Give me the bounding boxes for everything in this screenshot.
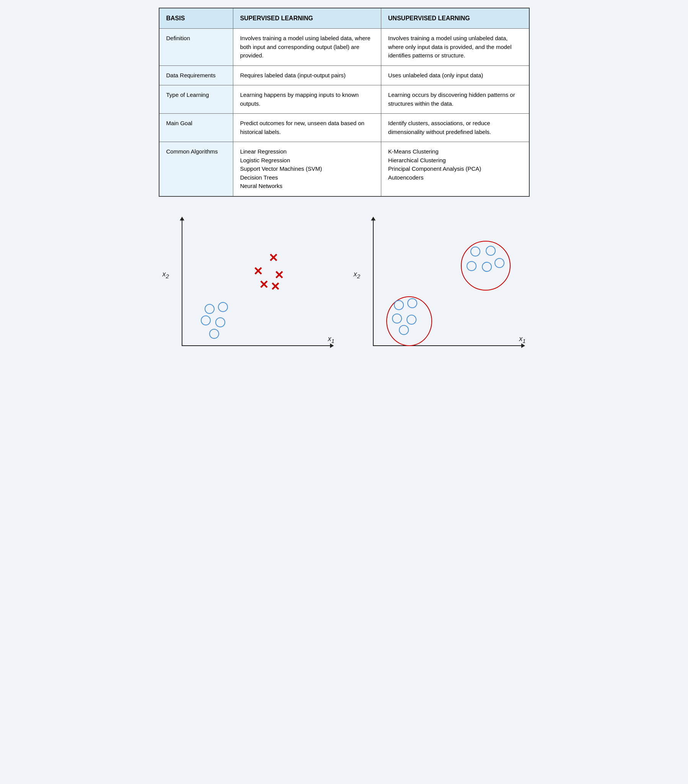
row-unsupervised-2: Learning occurs by discovering hidden pa… (381, 86, 529, 114)
uncluster-circle-10 (494, 258, 504, 268)
uncluster-circle-3 (392, 313, 402, 323)
unsupervised-x-label: x1 (519, 335, 525, 344)
supervised-chart: x2 x1 ✕ ✕ ✕ ✕ ✕ (159, 212, 338, 365)
supervised-x-label: x1 (328, 335, 334, 344)
unsupervised-y-label: x2 (354, 270, 360, 280)
row-supervised-0: Involves training a model using labeled … (233, 29, 381, 66)
circle-1 (205, 304, 215, 314)
row-supervised-4: Linear RegressionLogistic RegressionSupp… (233, 142, 381, 196)
uncluster-circle-6 (470, 247, 480, 257)
cross-2: ✕ (253, 266, 263, 277)
supervised-y-axis (182, 220, 182, 346)
header-basis: BASIS (159, 8, 233, 29)
header-supervised: SUPERVISED LEARNING (233, 8, 381, 29)
circle-3 (201, 315, 211, 325)
uncluster-circle-2 (407, 298, 417, 308)
row-basis-4: Common Algorithms (159, 142, 233, 196)
row-unsupervised-1: Uses unlabeled data (only input data) (381, 66, 529, 86)
row-supervised-1: Requires labeled data (input-output pair… (233, 66, 381, 86)
unsupervised-chart: x2 x1 (350, 212, 530, 365)
row-basis-1: Data Requirements (159, 66, 233, 86)
row-unsupervised-0: Involves training a model using unlabele… (381, 29, 529, 66)
row-unsupervised-4: K-Means ClusteringHierarchical Clusterin… (381, 142, 529, 196)
row-basis-2: Type of Learning (159, 86, 233, 114)
row-supervised-3: Predict outcomes for new, unseen data ba… (233, 114, 381, 142)
unsupervised-y-axis (373, 220, 374, 346)
charts-section: x2 x1 ✕ ✕ ✕ ✕ ✕ x2 x1 (159, 212, 530, 365)
cross-5: ✕ (270, 281, 280, 293)
circle-2 (218, 302, 228, 312)
circle-4 (215, 317, 225, 327)
row-basis-3: Main Goal (159, 114, 233, 142)
uncluster-circle-8 (466, 261, 476, 271)
header-unsupervised: UNSUPERVISED LEARNING (381, 8, 529, 29)
comparison-table: BASIS SUPERVISED LEARNING UNSUPERVISED L… (159, 8, 530, 197)
cross-3: ✕ (274, 270, 284, 281)
row-unsupervised-3: Identify clusters, associations, or redu… (381, 114, 529, 142)
uncluster-circle-7 (486, 246, 496, 256)
supervised-x-axis (182, 345, 331, 346)
uncluster-circle-5 (399, 325, 409, 335)
cross-4: ✕ (259, 279, 268, 291)
uncluster-circle-9 (482, 262, 492, 272)
unsupervised-x-axis (373, 345, 522, 346)
row-supervised-2: Learning happens by mapping inputs to kn… (233, 86, 381, 114)
cross-1: ✕ (268, 252, 278, 264)
uncluster-circle-1 (394, 300, 404, 310)
circle-5 (209, 329, 219, 339)
uncluster-circle-4 (407, 315, 417, 324)
row-basis-0: Definition (159, 29, 233, 66)
supervised-y-label: x2 (163, 270, 169, 280)
